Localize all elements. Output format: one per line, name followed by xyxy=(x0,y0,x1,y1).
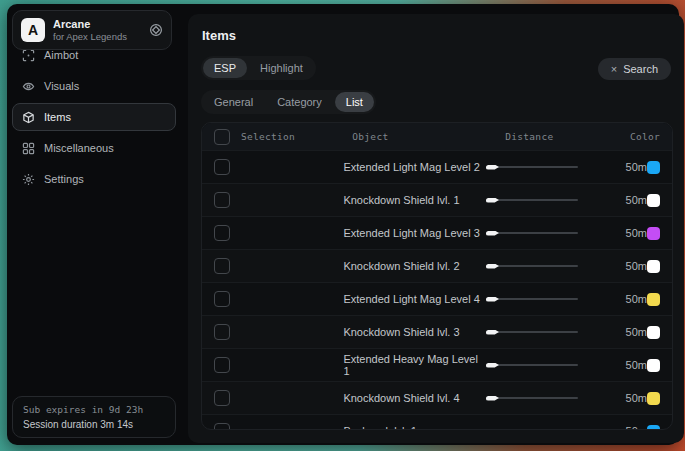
sidebar-item-items[interactable]: Items xyxy=(12,103,176,131)
column-header-distance: Distance xyxy=(505,131,630,142)
subscription-info-card: Sub expires in 9d 23h Session duration 3… xyxy=(12,396,176,438)
distance-slider[interactable] xyxy=(486,261,578,271)
distance-slider[interactable] xyxy=(486,294,578,304)
sidebar-item-label: Miscellaneous xyxy=(44,142,114,154)
compass-icon[interactable] xyxy=(149,23,163,37)
app-logo: A xyxy=(21,18,45,42)
column-header-object: Object xyxy=(352,131,505,142)
object-cell: Knockdown Shield lvl. 4 xyxy=(343,392,486,404)
row-checkbox[interactable] xyxy=(214,390,230,406)
slider-track xyxy=(486,265,578,267)
session-duration-text: Session duration 3m 14s xyxy=(23,419,165,430)
row-checkbox[interactable] xyxy=(214,291,230,307)
distance-slider[interactable] xyxy=(486,393,578,403)
column-header-selection: Selection xyxy=(241,131,352,142)
sidebar-item-miscellaneous[interactable]: Miscellaneous xyxy=(12,134,176,162)
row-checkbox[interactable] xyxy=(214,357,230,373)
color-swatch[interactable] xyxy=(647,194,660,207)
object-cell: Extended Light Mag Level 4 xyxy=(343,293,486,305)
object-cell: Extended Heavy Mag Level 1 xyxy=(343,353,486,377)
search-button[interactable]: × Search xyxy=(598,58,671,80)
slider-track xyxy=(486,331,578,333)
table-row: Knockdown Shield lvl. 3 50m xyxy=(202,315,672,348)
box-icon xyxy=(22,111,35,124)
distance-value: 50m xyxy=(610,227,647,239)
app-window: A Arcane for Apex Legends Category xyxy=(7,4,679,445)
sidebar-item-visuals[interactable]: Visuals xyxy=(12,72,176,100)
distance-slider[interactable] xyxy=(486,426,578,430)
grid-icon xyxy=(22,142,35,155)
table-row: Backpack lvl. 1 50m xyxy=(202,414,672,430)
distance-value: 50m xyxy=(610,326,647,338)
color-swatch[interactable] xyxy=(647,227,660,240)
sidebar-item-label: Aimbot xyxy=(44,49,78,61)
table-body: Extended Light Mag Level 2 50m Knockdown… xyxy=(202,150,672,430)
slider-track xyxy=(486,298,578,300)
tab-esp[interactable]: ESP xyxy=(203,58,247,78)
main-panel: Items ESP Highlight × Search General Cat… xyxy=(188,14,684,443)
tab-general[interactable]: General xyxy=(203,92,264,112)
tab-list[interactable]: List xyxy=(335,92,374,112)
page-title: Items xyxy=(202,28,236,43)
row-checkbox[interactable] xyxy=(214,258,230,274)
tab-highlight[interactable]: Highlight xyxy=(249,58,314,78)
sidebar-item-settings[interactable]: Settings xyxy=(12,165,176,193)
row-checkbox[interactable] xyxy=(214,423,230,430)
distance-slider[interactable] xyxy=(486,228,578,238)
distance-value: 50m xyxy=(610,161,647,173)
color-swatch[interactable] xyxy=(647,260,660,273)
row-checkbox[interactable] xyxy=(214,324,230,340)
slider-track xyxy=(486,232,578,234)
tab-category[interactable]: Category xyxy=(266,92,333,112)
sidebar-nav: Aimbot Visuals Items xyxy=(7,41,181,193)
items-table: Selection Object Distance Color Extended… xyxy=(201,122,673,430)
sub-expiry-text: Sub expires in 9d 23h xyxy=(23,404,165,415)
table-row: Knockdown Shield lvl. 1 50m xyxy=(202,183,672,216)
object-cell: Extended Light Mag Level 3 xyxy=(343,227,486,239)
color-swatch[interactable] xyxy=(647,392,660,405)
object-cell: Knockdown Shield lvl. 2 xyxy=(343,260,486,272)
app-subtitle: for Apex Legends xyxy=(53,31,141,43)
select-all-checkbox[interactable] xyxy=(214,129,230,145)
distance-value: 50m xyxy=(610,260,647,272)
distance-value: 50m xyxy=(610,293,647,305)
sidebar-item-label: Settings xyxy=(44,173,84,185)
table-header-row: Selection Object Distance Color xyxy=(202,123,672,150)
app-header-card: A Arcane for Apex Legends xyxy=(12,10,172,50)
row-checkbox[interactable] xyxy=(214,159,230,175)
distance-value: 50m xyxy=(610,425,647,430)
crosshair-icon xyxy=(22,49,35,62)
object-cell: Knockdown Shield lvl. 1 xyxy=(343,194,486,206)
table-row: Extended Heavy Mag Level 1 50m xyxy=(202,348,672,381)
app-name: Arcane xyxy=(53,18,141,31)
table-row: Extended Light Mag Level 3 50m xyxy=(202,216,672,249)
distance-slider[interactable] xyxy=(486,327,578,337)
distance-slider[interactable] xyxy=(486,195,578,205)
close-icon: × xyxy=(611,64,617,75)
object-cell: Extended Light Mag Level 2 xyxy=(343,161,486,173)
object-cell: Backpack lvl. 1 xyxy=(343,425,486,430)
sidebar-item-label: Visuals xyxy=(44,80,79,92)
row-checkbox[interactable] xyxy=(214,192,230,208)
color-swatch[interactable] xyxy=(647,326,660,339)
slider-track xyxy=(486,397,578,399)
mode-tabs: ESP Highlight xyxy=(201,56,316,80)
distance-slider[interactable] xyxy=(486,360,578,370)
sidebar: A Arcane for Apex Legends Category xyxy=(7,4,181,445)
distance-value: 50m xyxy=(610,392,647,404)
gear-icon xyxy=(22,173,35,186)
color-swatch[interactable] xyxy=(647,293,660,306)
color-swatch[interactable] xyxy=(647,425,660,431)
table-row: Extended Light Mag Level 4 50m xyxy=(202,282,672,315)
object-cell: Knockdown Shield lvl. 3 xyxy=(343,326,486,338)
slider-thumb[interactable] xyxy=(486,429,499,431)
distance-value: 50m xyxy=(610,194,647,206)
distance-slider[interactable] xyxy=(486,162,578,172)
color-swatch[interactable] xyxy=(647,161,660,174)
view-tabs: General Category List xyxy=(201,90,376,114)
slider-track xyxy=(486,199,578,201)
table-row: Knockdown Shield lvl. 2 50m xyxy=(202,249,672,282)
row-checkbox[interactable] xyxy=(214,225,230,241)
slider-track xyxy=(486,364,578,366)
color-swatch[interactable] xyxy=(647,359,660,372)
